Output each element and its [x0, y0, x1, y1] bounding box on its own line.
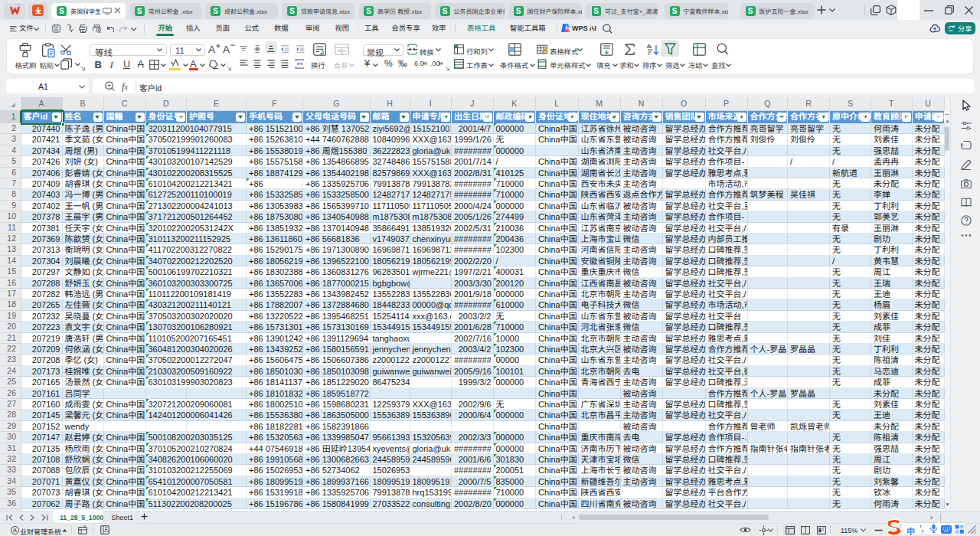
svg-text:.00: .00: [430, 60, 440, 67]
svg-text:6.0: 6.0: [414, 60, 424, 67]
